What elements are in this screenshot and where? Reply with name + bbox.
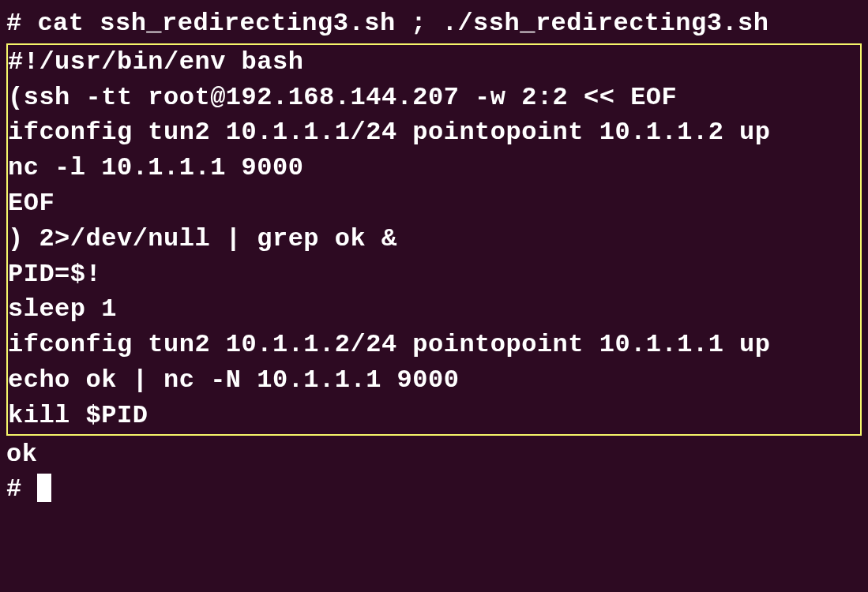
script-line: nc -l 10.1.1.1 9000: [8, 151, 860, 186]
terminal-output[interactable]: # cat ssh_redirecting3.sh ; ./ssh_redire…: [6, 6, 862, 586]
script-line: kill $PID: [8, 399, 860, 434]
script-line: echo ok | nc -N 10.1.1.1 9000: [8, 363, 860, 399]
prompt-char: #: [6, 474, 37, 504]
cursor: [37, 474, 51, 502]
script-line: (ssh -tt root@192.168.144.207 -w 2:2 << …: [8, 81, 860, 116]
script-line: sleep 1: [8, 292, 860, 328]
script-line: ) 2>/dev/null | grep ok &: [8, 222, 860, 257]
script-line: PID=$!: [8, 257, 860, 293]
script-line: ifconfig tun2 10.1.1.1/24 pointopoint 10…: [8, 115, 860, 151]
output-line: ok: [6, 437, 862, 473]
script-content-box: #!/usr/bin/env bash (ssh -tt root@192.16…: [6, 43, 862, 436]
script-line: #!/usr/bin/env bash: [8, 45, 860, 81]
script-line: ifconfig tun2 10.1.1.2/24 pointopoint 10…: [8, 328, 860, 363]
script-line: EOF: [8, 186, 860, 222]
prompt-line[interactable]: #: [6, 472, 862, 508]
command-line: # cat ssh_redirecting3.sh ; ./ssh_redire…: [6, 6, 862, 42]
